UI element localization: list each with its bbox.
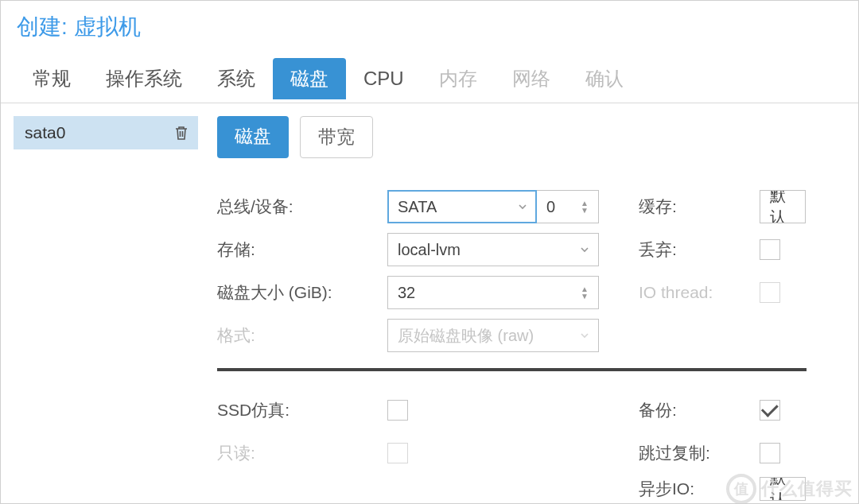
delete-disk-button[interactable]: [173, 124, 190, 142]
label-cache: 缓存:: [601, 196, 760, 218]
subtab-bandwidth[interactable]: 带宽: [300, 116, 373, 158]
disk-settings-panel: 磁盘 带宽 总线/设备: SATA 0 ▲: [214, 116, 858, 503]
bus-select[interactable]: SATA: [387, 190, 537, 223]
tab-general[interactable]: 常规: [15, 58, 88, 103]
skip-replication-checkbox[interactable]: [760, 443, 780, 463]
label-discard: 丢弃:: [601, 238, 760, 261]
disk-list: sata0: [14, 116, 198, 503]
disk-size-spinner[interactable]: 32 ▲ ▼: [387, 276, 599, 309]
dialog-title: 创建: 虚拟机: [1, 1, 858, 45]
io-thread-checkbox: [760, 282, 780, 303]
spinner-down-icon[interactable]: ▼: [581, 293, 589, 300]
format-select: 原始磁盘映像 (raw): [387, 319, 599, 352]
discard-checkbox[interactable]: [760, 239, 780, 260]
label-read-only: 只读:: [217, 442, 387, 464]
tab-os[interactable]: 操作系统: [88, 58, 200, 103]
disk-form: 总线/设备: SATA 0 ▲ ▼: [217, 185, 858, 503]
watermark-text: 什么值得买: [761, 477, 853, 501]
chevron-down-icon: [579, 244, 590, 255]
spinner-down-icon[interactable]: ▼: [581, 207, 589, 214]
tab-system[interactable]: 系统: [200, 58, 273, 103]
cache-select-value: 默认: [770, 190, 797, 223]
chevron-down-icon: [579, 330, 590, 341]
wizard-tabbar: 常规 操作系统 系统 磁盘 CPU 内存 网络 确认: [1, 45, 858, 103]
device-index-value: 0: [546, 198, 555, 216]
label-bus-device: 总线/设备:: [217, 196, 387, 218]
disk-item-sata0[interactable]: sata0: [14, 116, 198, 149]
subtab-disk[interactable]: 磁盘: [217, 116, 289, 158]
label-ssd-emulation: SSD仿真:: [217, 399, 387, 421]
label-skip-replication: 跳过复制:: [601, 442, 760, 464]
read-only-checkbox: [387, 443, 408, 463]
chevron-down-icon: [517, 201, 528, 212]
disk-item-label: sata0: [25, 123, 65, 142]
device-index-spinner[interactable]: 0 ▲ ▼: [537, 190, 599, 223]
watermark: 值 什么值得买: [726, 474, 853, 504]
content-area: sata0 磁盘 带宽 总线/设备: SATA: [1, 103, 858, 503]
tab-confirm: 确认: [568, 58, 641, 103]
label-storage: 存储:: [217, 238, 387, 261]
label-backup: 备份:: [601, 399, 760, 421]
cache-select[interactable]: 默认: [760, 190, 806, 223]
watermark-logo-icon: 值: [726, 474, 756, 504]
backup-checkbox[interactable]: [760, 400, 780, 421]
bus-select-value: SATA: [398, 198, 437, 216]
format-select-value: 原始磁盘映像 (raw): [398, 325, 534, 347]
label-disk-size: 磁盘大小 (GiB):: [217, 281, 387, 304]
section-divider: [217, 368, 807, 371]
ssd-emulation-checkbox[interactable]: [387, 400, 408, 421]
storage-select-value: local-lvm: [398, 241, 461, 259]
trash-icon: [174, 125, 189, 141]
tab-disk[interactable]: 磁盘: [273, 58, 346, 99]
tab-cpu[interactable]: CPU: [346, 60, 422, 101]
storage-select[interactable]: local-lvm: [387, 233, 599, 266]
create-vm-dialog: 创建: 虚拟机 常规 操作系统 系统 磁盘 CPU 内存 网络 确认 sata0…: [0, 0, 859, 504]
label-io-thread: IO thread:: [601, 283, 760, 302]
tab-memory: 内存: [422, 58, 495, 103]
tab-network: 网络: [495, 58, 568, 103]
label-format: 格式:: [217, 324, 387, 347]
disk-size-value: 32: [398, 284, 415, 302]
disk-subtabs: 磁盘 带宽: [217, 116, 858, 158]
